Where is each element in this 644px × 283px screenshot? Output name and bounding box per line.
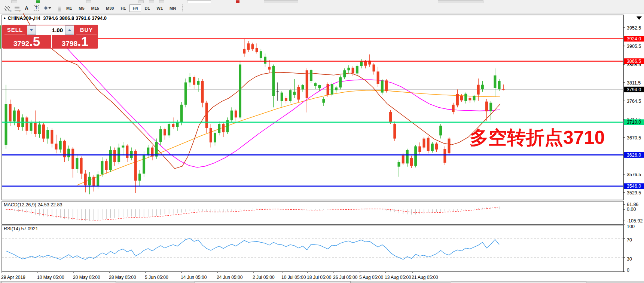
spin-down-icon	[30, 29, 33, 31]
svg-text:14 Jun 05:00: 14 Jun 05:00	[181, 275, 207, 280]
panel-edge-bar	[0, 25, 1, 49]
fibonacci-icon[interactable]: F	[12, 4, 21, 12]
svg-text:3529.5: 3529.5	[627, 190, 641, 196]
svg-text:30: 30	[627, 256, 632, 262]
svg-text:3546.0: 3546.0	[627, 184, 641, 189]
svg-text:29 Apr 2019: 29 Apr 2019	[1, 275, 25, 280]
label-icon[interactable]: T	[32, 4, 41, 12]
equidistant-channel-icon[interactable]: E	[3, 4, 12, 12]
svg-text:3952.5: 3952.5	[627, 25, 641, 31]
icon-sub-label: E	[10, 9, 12, 13]
svg-text:2 Jul 05:00: 2 Jul 05:00	[253, 275, 275, 280]
volume-decrease-button[interactable]	[27, 25, 36, 35]
svg-text:3811.5: 3811.5	[627, 80, 641, 86]
svg-text:3764.5: 3764.5	[627, 99, 641, 104]
sell-price-display[interactable]: 3792.5	[3, 35, 51, 48]
volume-increase-button[interactable]	[65, 25, 74, 35]
svg-text:0.00: 0.00	[627, 207, 636, 212]
svg-text:3866.5: 3866.5	[627, 59, 641, 64]
mt4-window: E F A T M1M5M15M30H1H4D1W1MN 3952.53905.…	[0, 0, 644, 283]
timeframe-button-mn[interactable]: MN	[167, 4, 179, 12]
svg-text:5 Aug 05:00: 5 Aug 05:00	[359, 275, 383, 280]
chart-annotation-text: 多空转折点3710	[470, 127, 605, 148]
svg-text:10 Jul 05:00: 10 Jul 05:00	[281, 275, 306, 280]
icon-sub-label: F	[19, 9, 21, 13]
buy-button[interactable]: BUY	[76, 26, 97, 34]
collapse-arrow-icon[interactable]: ▲	[3, 16, 6, 20]
ohlc-values: 3794.6 3806.8 3791.6 3794.0	[43, 15, 107, 21]
svg-text:3794.0: 3794.0	[627, 87, 641, 92]
svg-text:-105.92: -105.92	[627, 218, 643, 224]
svg-text:70: 70	[627, 237, 632, 243]
svg-text:18 Jul 05:00: 18 Jul 05:00	[307, 275, 332, 280]
svg-text:10 May 05:00: 10 May 05:00	[37, 275, 64, 280]
timeframe-button-m5[interactable]: M5	[76, 4, 87, 12]
svg-text:0: 0	[627, 268, 629, 273]
timeframe-button-m30[interactable]: M30	[103, 4, 117, 12]
svg-text:3576.5: 3576.5	[627, 172, 641, 177]
svg-text:24 Jun 05:00: 24 Jun 05:00	[217, 275, 243, 280]
spin-up-icon	[68, 29, 71, 31]
toolbar: E F A T M1M5M15M30H1H4D1W1MN	[0, 3, 644, 13]
macd-indicator-label: MACD(12,26,9) 24.53 22.83	[4, 202, 62, 207]
timeframe-button-h1[interactable]: H1	[117, 4, 129, 12]
time-axis[interactable]: 29 Apr 201910 May 05:0020 May 05:0028 Ma…	[1, 272, 438, 280]
symbol-label: CHINA300-,H4	[8, 15, 40, 21]
timeframe-buttons: M1M5M15M30H1H4D1W1MN	[63, 4, 179, 12]
chart-symbol-header: ▲ CHINA300-,H4 3794.6 3806.8 3791.6 3794…	[3, 15, 107, 21]
docked-window-fragment	[195, 281, 351, 283]
toolbar-separator	[182, 4, 183, 12]
timeframe-button-d1[interactable]: D1	[142, 4, 153, 12]
svg-text:100: 100	[627, 224, 635, 229]
svg-text:3905.5: 3905.5	[627, 44, 641, 49]
svg-text:3670.5: 3670.5	[627, 135, 641, 141]
timeframe-button-w1[interactable]: W1	[154, 4, 166, 12]
buy-price-display[interactable]: 3798.1	[51, 35, 98, 48]
price-axis[interactable]: 3952.53905.53858.53811.53764.53717.53670…	[623, 25, 644, 196]
docked-window-fragment	[451, 281, 586, 283]
svg-text:5 Jun 05:00: 5 Jun 05:00	[145, 275, 168, 280]
chart-area[interactable]: 3952.53905.53858.53811.53764.53717.53670…	[0, 13, 644, 283]
svg-text:28 May 05:00: 28 May 05:00	[109, 275, 136, 280]
timeframe-button-m15[interactable]: M15	[88, 4, 102, 12]
toolbar-grip[interactable]	[58, 4, 61, 12]
svg-text:26 Jul 05:00: 26 Jul 05:00	[333, 275, 358, 280]
volume-input[interactable]	[36, 25, 65, 35]
sell-button[interactable]: SELL	[4, 26, 26, 34]
timeframe-button-m1[interactable]: M1	[63, 4, 75, 12]
svg-text:21 Aug 05:00: 21 Aug 05:00	[412, 275, 438, 280]
text-icon[interactable]: A	[22, 4, 31, 12]
svg-text:3924.0: 3924.0	[627, 36, 641, 41]
docked-window-fragment	[1, 281, 116, 283]
arrows-icon[interactable]	[42, 4, 54, 12]
chevron-down-icon[interactable]	[48, 7, 51, 9]
svg-text:3710.0: 3710.0	[627, 120, 641, 125]
volume-spinner	[27, 25, 74, 35]
rsi-indicator-label: RSI(14) 57.0921	[4, 226, 38, 231]
timeframe-button-h4[interactable]: H4	[129, 4, 141, 12]
svg-text:61.86: 61.86	[627, 202, 638, 207]
one-click-trading-panel: SELL BUY 3792.5 3798.1	[2, 25, 98, 49]
svg-text:13 Aug 05:00: 13 Aug 05:00	[385, 275, 411, 280]
svg-text:20 May 05:00: 20 May 05:00	[73, 275, 100, 280]
svg-text:3626.0: 3626.0	[627, 153, 641, 158]
chart-shift-marker-icon	[637, 16, 642, 20]
